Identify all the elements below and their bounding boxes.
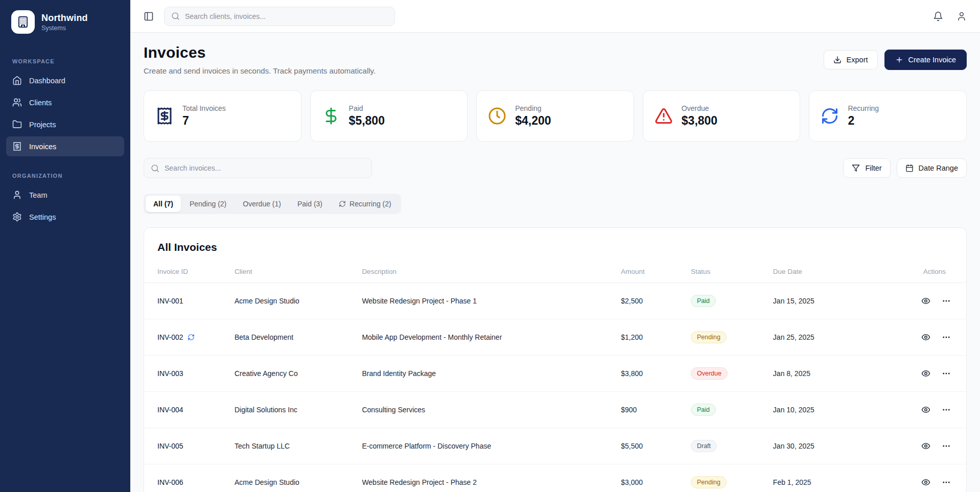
stat-value: $5,800 <box>349 114 385 128</box>
stat-value: 2 <box>848 114 879 128</box>
global-search-input[interactable] <box>185 12 388 20</box>
cell-amount: $3,800 <box>621 356 691 392</box>
view-invoice-button[interactable] <box>921 369 930 378</box>
tab-pending[interactable]: Pending (2) <box>182 196 234 212</box>
sidebar-item-label: Projects <box>29 121 56 129</box>
bell-icon[interactable] <box>933 11 943 21</box>
sidebar-item-settings[interactable]: Settings <box>6 207 124 227</box>
cell-client: Beta Development <box>235 319 362 356</box>
main-area: Invoices Create and send invoices in sec… <box>130 0 980 492</box>
stat-value: $3,800 <box>682 114 717 128</box>
search-icon <box>151 164 159 173</box>
sidebar-toggle-icon[interactable] <box>144 11 154 21</box>
date-range-button[interactable]: Date Range <box>897 158 967 178</box>
tab-all[interactable]: All (7) <box>146 196 181 212</box>
global-search <box>164 7 395 26</box>
view-invoice-button[interactable] <box>921 441 930 451</box>
cell-amount: $900 <box>621 392 691 428</box>
stat-card-total-invoices: Total Invoices 7 <box>144 90 301 142</box>
refresh-icon <box>339 200 346 207</box>
more-actions-button[interactable] <box>942 441 951 451</box>
view-invoice-button[interactable] <box>921 296 930 306</box>
download-icon <box>833 56 842 64</box>
dollar-icon <box>322 107 340 125</box>
stat-label: Paid <box>349 104 385 112</box>
tab-paid[interactable]: Paid (3) <box>290 196 330 212</box>
brand-name: Northwind <box>41 13 88 24</box>
invoices-table-card: All Invoices Invoice ID Client Descripti… <box>144 227 967 492</box>
filter-button[interactable]: Filter <box>843 158 890 178</box>
stats-row: Total Invoices 7 Paid $5,800 Pending <box>144 90 967 142</box>
table-row[interactable]: INV-001 Acme Design Studio Website Redes… <box>144 283 966 319</box>
stat-card-paid: Paid $5,800 <box>310 90 468 142</box>
tab-recurring[interactable]: Recurring (2) <box>331 196 399 212</box>
export-button[interactable]: Export <box>824 50 878 69</box>
cell-due-date: Jan 25, 2025 <box>773 319 904 356</box>
tab-overdue[interactable]: Overdue (1) <box>235 196 289 212</box>
cell-due-date: Jan 8, 2025 <box>773 356 904 392</box>
cell-due-date: Jan 15, 2025 <box>773 283 904 319</box>
cell-amount: $1,200 <box>621 319 691 356</box>
view-invoice-button[interactable] <box>921 478 930 487</box>
status-badge: Paid <box>691 295 716 307</box>
table-row[interactable]: INV-004 Digital Solutions Inc Consulting… <box>144 392 966 428</box>
col-amount: Amount <box>621 265 691 283</box>
folder-icon <box>12 120 22 129</box>
calendar-icon <box>905 164 914 172</box>
status-badge: Overdue <box>691 367 728 380</box>
brand-subtitle: Systems <box>41 25 88 32</box>
table-row[interactable]: INV-006 Acme Design Studio Website Redes… <box>144 464 966 492</box>
more-actions-button[interactable] <box>942 296 951 306</box>
sidebar-item-clients[interactable]: Clients <box>6 92 124 112</box>
stat-card-pending: Pending $4,200 <box>476 90 634 142</box>
sidebar-item-label: Clients <box>29 99 52 107</box>
stat-label: Recurring <box>848 104 879 112</box>
table-row[interactable]: INV-003 Creative Agency Co Brand Identit… <box>144 356 966 392</box>
view-invoice-button[interactable] <box>921 333 930 342</box>
sidebar-item-invoices[interactable]: Invoices <box>6 136 124 156</box>
view-invoice-button[interactable] <box>921 405 930 414</box>
stat-label: Total Invoices <box>182 104 226 112</box>
page-subtitle: Create and send invoices in seconds. Tra… <box>144 66 376 75</box>
sidebar-item-label: Settings <box>29 213 56 221</box>
col-client: Client <box>235 265 362 283</box>
invoice-search <box>144 158 372 178</box>
sidebar: Northwind Systems WORKSPACE Dashboard Cl… <box>0 0 130 492</box>
table-row[interactable]: INV-002 Beta Development Mobile App Deve… <box>144 319 966 356</box>
more-actions-button[interactable] <box>942 369 951 378</box>
sidebar-item-label: Team <box>29 191 47 199</box>
more-actions-button[interactable] <box>942 405 951 414</box>
sidebar-item-team[interactable]: Team <box>6 185 124 205</box>
cell-client: Acme Design Studio <box>235 464 362 492</box>
status-tabs: All (7) Pending (2) Overdue (1) Paid (3)… <box>144 194 401 214</box>
create-invoice-button[interactable]: Create Invoice <box>884 50 967 70</box>
sidebar-item-projects[interactable]: Projects <box>6 114 124 134</box>
table-row[interactable]: INV-005 Tech Startup LLC E-commerce Plat… <box>144 428 966 464</box>
content: Invoices Create and send invoices in sec… <box>130 33 980 492</box>
stat-value: $4,200 <box>515 114 551 128</box>
col-actions: Actions <box>904 265 966 283</box>
recurring-icon <box>188 334 195 341</box>
invoice-search-input[interactable] <box>165 164 365 172</box>
more-actions-button[interactable] <box>942 333 951 342</box>
status-badge: Pending <box>691 331 727 343</box>
cell-description: Consulting Services <box>362 392 621 428</box>
search-icon <box>171 12 180 20</box>
user-menu-icon[interactable] <box>956 11 967 21</box>
col-invoice-id: Invoice ID <box>144 265 235 283</box>
cell-description: Website Redesign Project - Phase 1 <box>362 283 621 319</box>
refresh-icon <box>821 107 839 125</box>
stat-value: 7 <box>182 114 226 128</box>
cell-client: Digital Solutions Inc <box>235 392 362 428</box>
cell-description: Mobile App Development - Monthly Retaine… <box>362 319 621 356</box>
funnel-icon <box>852 164 860 172</box>
cell-client: Acme Design Studio <box>235 283 362 319</box>
alert-triangle-icon <box>655 107 673 125</box>
home-icon <box>12 76 22 85</box>
stat-label: Pending <box>515 104 551 112</box>
table-title: All Invoices <box>144 241 966 253</box>
more-actions-button[interactable] <box>942 478 951 487</box>
sidebar-item-dashboard[interactable]: Dashboard <box>6 71 124 90</box>
brand-logo <box>11 10 35 34</box>
cell-description: Brand Identity Package <box>362 356 621 392</box>
